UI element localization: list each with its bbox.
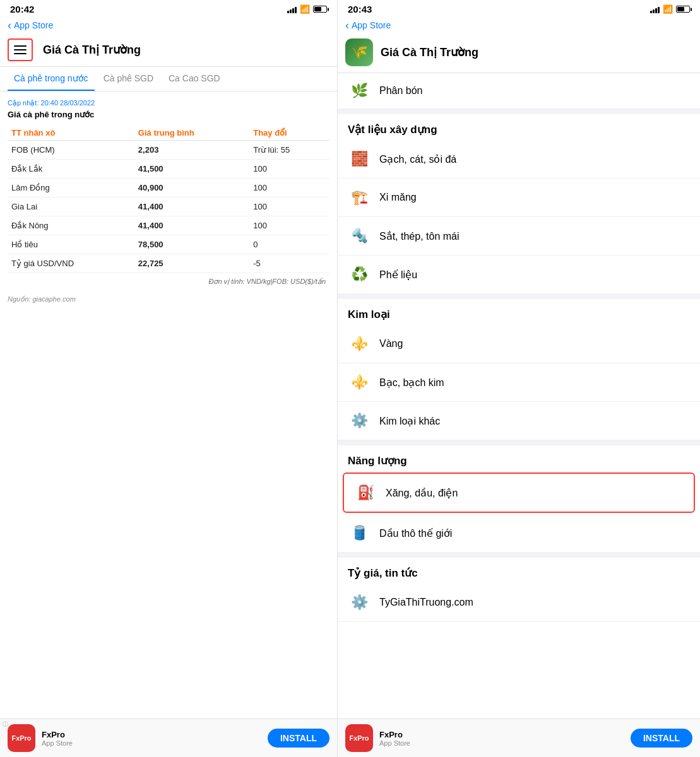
left-time: 20:42 [10,4,34,15]
tab-ca-cao-sgd[interactable]: Ca Cao SGD [162,67,227,91]
right-wifi-icon: 📶 [663,4,673,14]
table-cell-name: Hồ tiêu [8,235,134,254]
table-cell-price: 41,500 [134,160,249,179]
xang-dau-icon: ⛽ [354,481,377,504]
left-ad-bar: ⓘ FxPro FxPro App Store INSTALL [0,719,337,757]
menu-button[interactable] [8,38,33,61]
right-status-bar: 20:43 📶 [338,0,700,17]
back-button[interactable]: ‹ App Store [8,20,53,31]
right-back-chevron-icon: ‹ [345,20,349,31]
table-cell-change: 100 [249,216,329,235]
table-cell-price: 78,500 [134,235,249,254]
app-icon-emoji: 🌾 [351,44,368,61]
table-cell-change: -5 [249,254,329,273]
table-cell-name: Đắk Nông [8,216,134,235]
ad-install-button[interactable]: INSTALL [268,729,329,748]
right-battery-icon [676,6,690,13]
vang-icon: ⚜️ [348,332,371,355]
table-row: Hồ tiêu 78,500 0 [8,235,329,254]
table-cell-change: Trừ lùi: 55 [249,141,329,160]
left-status-icons: 📶 [287,4,327,14]
phan-bon-label: Phân bón [379,85,423,97]
bac-label: Bạc, bạch kim [379,377,444,389]
table-cell-name: Gia Lai [8,197,134,216]
source-note: Nguồn: giacaphe.com [8,295,329,303]
xang-dau-label: Xăng, dầu, điện [386,487,458,499]
table-cell-change: 0 [249,235,329,254]
tab-ca-phe-trong-nuoc[interactable]: Cà phê trong nước [8,67,95,91]
table-cell-price: 41,400 [134,216,249,235]
menu-line-1 [14,45,27,47]
right-signal-icon [650,6,660,13]
menu-item-xi-mang[interactable]: 🏗️ Xi măng [338,179,700,217]
wifi-icon: 📶 [300,4,310,14]
back-label: App Store [14,20,53,30]
menu-item-ty-gia-site[interactable]: ⚙️ TyGiaThiTruong.com [338,584,700,622]
table-cell-name: Tỷ giá USD/VND [8,254,134,273]
section-divider-1 [338,109,700,114]
right-back-label: App Store [352,20,391,30]
sat-thep-label: Sắt, thép, tôn mái [379,230,460,242]
right-ad-info: FxPro App Store [379,730,624,747]
right-ad-install-button[interactable]: INSTALL [631,729,692,748]
menu-item-bac[interactable]: ⚜️ Bạc, bạch kim [338,363,700,402]
dau-tho-label: Dầu thô thế giới [379,527,452,539]
col-header-1: TT nhân xô [8,126,134,141]
gach-label: Gạch, cát, sỏi đá [379,153,456,165]
back-chevron-icon: ‹ [8,20,11,31]
menu-item-vang[interactable]: ⚜️ Vàng [338,325,700,363]
xi-mang-label: Xi măng [379,192,417,203]
table-cell-change: 100 [249,160,329,179]
left-nav-bar: ‹ App Store [0,17,337,36]
menu-line-3 [14,53,27,54]
gach-icon: 🧱 [348,148,371,170]
table-cell-price: 2,203 [134,141,249,160]
menu-item-sat-thep[interactable]: 🔩 Sắt, thép, tôn mái [338,217,700,255]
section-vat-lieu: Vật liệu xây dựng [338,114,700,140]
section-divider-3 [338,440,700,445]
right-back-button[interactable]: ‹ App Store [345,20,391,31]
table-cell-price: 22,725 [134,254,249,273]
right-ad-name: FxPro [379,730,624,739]
ad-name: FxPro [42,730,261,739]
right-ad-bar: FxPro FxPro App Store INSTALL [338,719,700,757]
tab-ca-phe-sgd[interactable]: Cà phê SGD [97,67,160,91]
table-row: Lâm Đồng 40,900 100 [8,179,329,197]
left-content: Cập nhật: 20:40 28/03/2022 Giá cà phê tr… [0,91,337,719]
table-cell-change: 100 [249,197,329,216]
price-table: TT nhân xô Giá trung bình Thay đổi FOB (… [8,126,329,290]
table-cell-name: FOB (HCM) [8,141,134,160]
ty-gia-label: TyGiaThiTruong.com [379,597,473,608]
update-info: Cập nhật: 20:40 28/03/2022 [8,99,329,107]
table-row: Đắk Lắk 41,500 100 [8,160,329,179]
section-kim-loai: Kim loại [338,299,700,325]
menu-item-kim-loai-khac[interactable]: ⚙️ Kim loại khác [338,402,700,440]
phan-bon-icon: 🌿 [348,79,371,102]
table-row: Tỷ giá USD/VND 22,725 -5 [8,254,329,273]
vang-label: Vàng [379,338,403,349]
sat-thep-icon: 🔩 [348,225,371,247]
right-nav-bar: ‹ App Store [338,17,700,36]
section-divider-2 [338,294,700,299]
ad-info: FxPro App Store [42,730,261,747]
menu-item-dau-tho[interactable]: 🛢️ Dầu thô thế giới [338,514,700,553]
table-cell-price: 40,900 [134,179,249,197]
xi-mang-icon: 🏗️ [348,186,371,209]
ad-disclaimer: ⓘ [3,720,8,729]
menu-line-2 [14,49,27,50]
table-cell-name: Lâm Đồng [8,179,134,197]
right-ad-sub: App Store [379,739,624,747]
right-ad-logo: FxPro [345,724,373,752]
app-icon: 🌾 [345,38,373,66]
menu-item-xang-dau[interactable]: ⛽ Xăng, dầu, điện [343,472,695,513]
section-ty-gia: Tỷ giá, tin tức [338,558,700,584]
table-row: Đắk Nông 41,400 100 [8,216,329,235]
phe-lieu-label: Phế liệu [379,269,417,281]
menu-item-gach[interactable]: 🧱 Gạch, cát, sỏi đá [338,140,700,179]
right-panel: 20:43 📶 ‹ App Store 🌾 Giá Cà Thị Trường [338,0,700,757]
menu-item-phe-lieu[interactable]: ♻️ Phế liệu [338,255,700,294]
truncated-phan-bon[interactable]: 🌿 Phân bón [338,73,700,109]
right-time: 20:43 [348,4,372,15]
left-panel: 20:42 📶 ‹ App Store Giá Cà Thị Tr [0,0,338,757]
section-nang-luong: Năng lượng [338,445,700,471]
